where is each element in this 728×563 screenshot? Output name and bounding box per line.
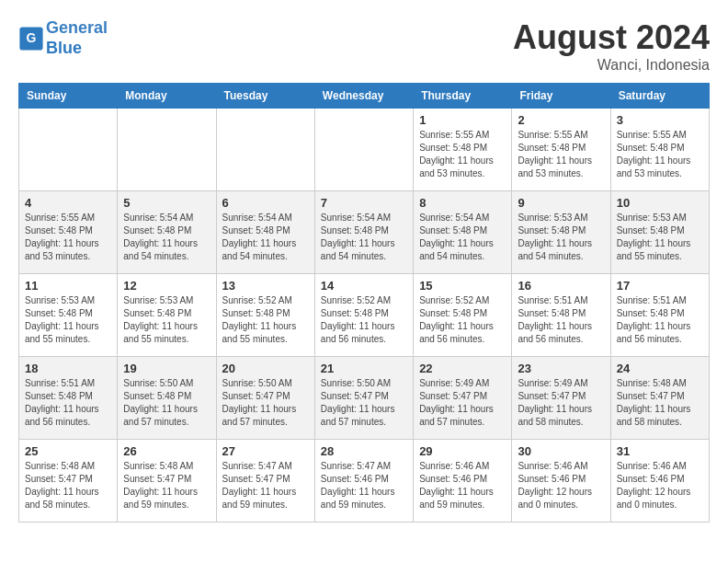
- calendar-cell: 28Sunrise: 5:47 AM Sunset: 5:46 PM Dayli…: [314, 440, 413, 523]
- day-number: 28: [321, 444, 407, 458]
- location-subtitle: Wanci, Indonesia: [513, 57, 710, 74]
- day-info: Sunrise: 5:50 AM Sunset: 5:48 PM Dayligh…: [123, 377, 210, 429]
- calendar-cell: 16Sunrise: 5:51 AM Sunset: 5:48 PM Dayli…: [512, 274, 610, 357]
- calendar-cell: 10Sunrise: 5:53 AM Sunset: 5:48 PM Dayli…: [610, 191, 709, 274]
- day-info: Sunrise: 5:50 AM Sunset: 5:47 PM Dayligh…: [321, 377, 407, 429]
- calendar-cell: [314, 109, 413, 191]
- day-number: 10: [617, 196, 703, 210]
- day-number: 17: [617, 279, 703, 293]
- day-number: 1: [419, 113, 506, 127]
- calendar-cell: [118, 109, 216, 191]
- calendar-cell: 26Sunrise: 5:48 AM Sunset: 5:47 PM Dayli…: [118, 440, 216, 523]
- calendar-week-row: 4Sunrise: 5:55 AM Sunset: 5:48 PM Daylig…: [19, 191, 710, 274]
- day-info: Sunrise: 5:55 AM Sunset: 5:48 PM Dayligh…: [518, 129, 604, 180]
- calendar-week-row: 1Sunrise: 5:55 AM Sunset: 5:48 PM Daylig…: [19, 109, 710, 191]
- day-info: Sunrise: 5:48 AM Sunset: 5:47 PM Dayligh…: [25, 460, 111, 511]
- day-info: Sunrise: 5:54 AM Sunset: 5:48 PM Dayligh…: [123, 212, 210, 263]
- calendar-cell: 23Sunrise: 5:49 AM Sunset: 5:47 PM Dayli…: [512, 357, 610, 440]
- column-header-tuesday: Tuesday: [216, 84, 314, 109]
- day-number: 13: [222, 279, 309, 293]
- column-header-friday: Friday: [512, 84, 610, 109]
- day-info: Sunrise: 5:51 AM Sunset: 5:48 PM Dayligh…: [617, 294, 703, 346]
- calendar-cell: 21Sunrise: 5:50 AM Sunset: 5:47 PM Dayli…: [314, 357, 413, 440]
- day-number: 27: [222, 444, 309, 458]
- day-info: Sunrise: 5:47 AM Sunset: 5:47 PM Dayligh…: [222, 460, 309, 511]
- day-number: 20: [222, 362, 309, 375]
- day-number: 30: [518, 444, 604, 458]
- column-header-wednesday: Wednesday: [314, 84, 413, 109]
- day-number: 31: [617, 444, 703, 458]
- day-number: 18: [25, 362, 111, 375]
- day-info: Sunrise: 5:46 AM Sunset: 5:46 PM Dayligh…: [617, 460, 703, 511]
- day-info: Sunrise: 5:48 AM Sunset: 5:47 PM Dayligh…: [123, 460, 210, 511]
- day-number: 25: [25, 444, 111, 458]
- day-info: Sunrise: 5:55 AM Sunset: 5:48 PM Dayligh…: [617, 129, 703, 180]
- day-number: 15: [419, 279, 506, 293]
- day-number: 11: [25, 279, 111, 293]
- calendar-cell: 14Sunrise: 5:52 AM Sunset: 5:48 PM Dayli…: [314, 274, 413, 357]
- calendar-cell: 5Sunrise: 5:54 AM Sunset: 5:48 PM Daylig…: [118, 191, 216, 274]
- day-number: 5: [123, 196, 210, 210]
- column-header-monday: Monday: [118, 84, 216, 109]
- day-info: Sunrise: 5:46 AM Sunset: 5:46 PM Dayligh…: [518, 460, 604, 511]
- calendar-cell: 11Sunrise: 5:53 AM Sunset: 5:48 PM Dayli…: [19, 274, 118, 357]
- day-number: 26: [123, 444, 210, 458]
- calendar-cell: 15Sunrise: 5:52 AM Sunset: 5:48 PM Dayli…: [414, 274, 512, 357]
- calendar-week-row: 18Sunrise: 5:51 AM Sunset: 5:48 PM Dayli…: [19, 357, 710, 440]
- calendar-cell: 25Sunrise: 5:48 AM Sunset: 5:47 PM Dayli…: [19, 440, 118, 523]
- day-number: 4: [25, 196, 111, 210]
- day-info: Sunrise: 5:50 AM Sunset: 5:47 PM Dayligh…: [222, 377, 309, 429]
- calendar-cell: 1Sunrise: 5:55 AM Sunset: 5:48 PM Daylig…: [414, 109, 512, 191]
- day-info: Sunrise: 5:52 AM Sunset: 5:48 PM Dayligh…: [419, 294, 506, 346]
- day-number: 19: [123, 362, 210, 375]
- calendar-cell: [216, 109, 314, 191]
- calendar-cell: 8Sunrise: 5:54 AM Sunset: 5:48 PM Daylig…: [414, 191, 512, 274]
- logo-text: General Blue: [46, 18, 108, 58]
- day-number: 6: [222, 196, 309, 210]
- day-info: Sunrise: 5:55 AM Sunset: 5:48 PM Dayligh…: [25, 212, 111, 263]
- calendar-table: SundayMondayTuesdayWednesdayThursdayFrid…: [18, 83, 710, 523]
- calendar-cell: 24Sunrise: 5:48 AM Sunset: 5:47 PM Dayli…: [610, 357, 709, 440]
- title-block: August 2024 Wanci, Indonesia: [513, 18, 710, 74]
- day-number: 29: [419, 444, 506, 458]
- calendar-cell: 31Sunrise: 5:46 AM Sunset: 5:46 PM Dayli…: [610, 440, 709, 523]
- day-number: 8: [419, 196, 506, 210]
- calendar-cell: 12Sunrise: 5:53 AM Sunset: 5:48 PM Dayli…: [118, 274, 216, 357]
- day-info: Sunrise: 5:53 AM Sunset: 5:48 PM Dayligh…: [617, 212, 703, 263]
- day-number: 24: [617, 362, 703, 375]
- day-info: Sunrise: 5:51 AM Sunset: 5:48 PM Dayligh…: [518, 294, 604, 346]
- column-header-saturday: Saturday: [610, 84, 709, 109]
- day-info: Sunrise: 5:48 AM Sunset: 5:47 PM Dayligh…: [617, 377, 703, 429]
- day-info: Sunrise: 5:54 AM Sunset: 5:48 PM Dayligh…: [222, 212, 309, 263]
- calendar-cell: 22Sunrise: 5:49 AM Sunset: 5:47 PM Dayli…: [414, 357, 512, 440]
- day-info: Sunrise: 5:49 AM Sunset: 5:47 PM Dayligh…: [518, 377, 604, 429]
- day-info: Sunrise: 5:51 AM Sunset: 5:48 PM Dayligh…: [25, 377, 111, 429]
- logo: G General Blue: [18, 18, 108, 58]
- day-info: Sunrise: 5:52 AM Sunset: 5:48 PM Dayligh…: [222, 294, 309, 346]
- calendar-cell: 2Sunrise: 5:55 AM Sunset: 5:48 PM Daylig…: [512, 109, 610, 191]
- logo-icon: G: [18, 26, 44, 52]
- calendar-cell: 7Sunrise: 5:54 AM Sunset: 5:48 PM Daylig…: [314, 191, 413, 274]
- calendar-cell: 27Sunrise: 5:47 AM Sunset: 5:47 PM Dayli…: [216, 440, 314, 523]
- calendar-cell: 19Sunrise: 5:50 AM Sunset: 5:48 PM Dayli…: [118, 357, 216, 440]
- month-year-title: August 2024: [513, 18, 710, 57]
- day-number: 22: [419, 362, 506, 375]
- logo-line2: Blue: [46, 39, 82, 57]
- day-number: 9: [518, 196, 604, 210]
- calendar-week-row: 11Sunrise: 5:53 AM Sunset: 5:48 PM Dayli…: [19, 274, 710, 357]
- calendar-cell: 3Sunrise: 5:55 AM Sunset: 5:48 PM Daylig…: [610, 109, 709, 191]
- day-info: Sunrise: 5:49 AM Sunset: 5:47 PM Dayligh…: [419, 377, 506, 429]
- day-info: Sunrise: 5:55 AM Sunset: 5:48 PM Dayligh…: [419, 129, 506, 180]
- day-number: 16: [518, 279, 604, 293]
- calendar-cell: 17Sunrise: 5:51 AM Sunset: 5:48 PM Dayli…: [610, 274, 709, 357]
- calendar-cell: 18Sunrise: 5:51 AM Sunset: 5:48 PM Dayli…: [19, 357, 118, 440]
- column-header-thursday: Thursday: [414, 84, 512, 109]
- day-number: 21: [321, 362, 407, 375]
- calendar-header-row: SundayMondayTuesdayWednesdayThursdayFrid…: [19, 84, 710, 109]
- calendar-cell: 6Sunrise: 5:54 AM Sunset: 5:48 PM Daylig…: [216, 191, 314, 274]
- calendar-cell: 13Sunrise: 5:52 AM Sunset: 5:48 PM Dayli…: [216, 274, 314, 357]
- day-number: 14: [321, 279, 407, 293]
- calendar-cell: 9Sunrise: 5:53 AM Sunset: 5:48 PM Daylig…: [512, 191, 610, 274]
- calendar-cell: 29Sunrise: 5:46 AM Sunset: 5:46 PM Dayli…: [414, 440, 512, 523]
- day-info: Sunrise: 5:47 AM Sunset: 5:46 PM Dayligh…: [321, 460, 407, 511]
